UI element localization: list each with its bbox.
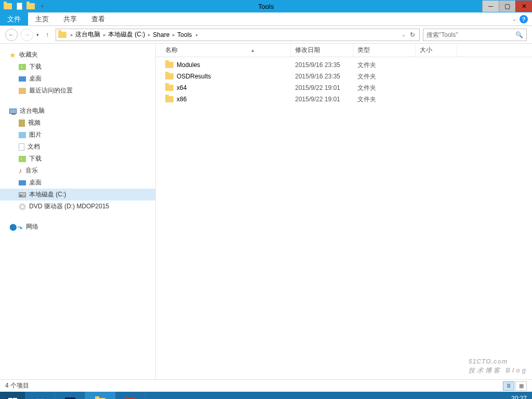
folder-icon bbox=[165, 96, 174, 102]
help-icon[interactable]: ? bbox=[520, 15, 528, 23]
file-type: 文件夹 bbox=[353, 72, 416, 81]
nav-videos[interactable]: 视频 bbox=[0, 117, 155, 129]
crumb-this-pc[interactable]: ▸这台电脑 bbox=[70, 30, 101, 39]
tab-share[interactable]: 共享 bbox=[56, 12, 84, 25]
search-icon[interactable]: 🔍 bbox=[515, 31, 523, 38]
nav-downloads[interactable]: 下载 bbox=[0, 61, 155, 73]
nav-label: 图片 bbox=[29, 130, 42, 139]
picture-icon bbox=[19, 132, 26, 138]
icons-view-button[interactable]: ▦ bbox=[515, 381, 527, 391]
file-row[interactable]: x86 2015/9/22 19:01 文件夹 bbox=[156, 94, 532, 105]
details-view-button[interactable]: ≣ bbox=[503, 381, 514, 391]
file-row[interactable]: x64 2015/9/22 19:01 文件夹 bbox=[156, 82, 532, 94]
folder-icon bbox=[165, 62, 174, 68]
this-pc-group[interactable]: 这台电脑 bbox=[0, 105, 155, 117]
crumb-tools[interactable]: ▸Tools▸ bbox=[171, 31, 200, 38]
system-tray: ▲ ⚑ 🖧 🔊 20:27 2015/10/4 bbox=[455, 395, 532, 399]
address-dropdown-icon[interactable]: ⌄ bbox=[402, 32, 406, 37]
nav-label: 视频 bbox=[28, 118, 41, 127]
minimize-button[interactable]: ─ bbox=[482, 1, 499, 12]
nav-music[interactable]: ♪音乐 bbox=[0, 165, 155, 177]
column-name[interactable]: 名称▲ bbox=[156, 44, 291, 57]
address-bar[interactable]: ▸这台电脑 ▸本地磁盘 (C:) ▸Share ▸Tools▸ ⌄ ↻ bbox=[56, 29, 420, 41]
file-type: 文件夹 bbox=[353, 95, 416, 104]
task-powershell[interactable]: >_ bbox=[55, 392, 85, 399]
maximize-button[interactable]: ▢ bbox=[499, 1, 515, 12]
file-type: 文件夹 bbox=[353, 84, 416, 92]
video-icon bbox=[19, 119, 25, 127]
nav-label: 桌面 bbox=[29, 74, 42, 83]
network-group[interactable]: ⬤⬎网络 bbox=[0, 221, 155, 233]
crumb-label: 这台电脑 bbox=[75, 30, 100, 39]
ribbon-tabs: 文件 主页 共享 查看 ⌄ ? bbox=[0, 12, 532, 26]
nav-local-disk-c[interactable]: 本地磁盘 (C:) bbox=[0, 189, 155, 201]
title-bar: ▾ Tools ─ ▢ ✕ bbox=[0, 0, 532, 12]
column-date[interactable]: 修改日期 bbox=[291, 44, 353, 57]
qat-properties-icon[interactable] bbox=[15, 2, 24, 11]
folder-icon bbox=[165, 85, 174, 91]
qat-dropdown-icon[interactable]: ▾ bbox=[37, 2, 47, 11]
nav-dvd-drive[interactable]: DVD 驱动器 (D:) MDOP2015 bbox=[0, 201, 155, 212]
file-date: 2015/9/16 23:35 bbox=[291, 73, 353, 80]
content-pane: 名称▲ 修改日期 类型 大小 Modules 2015/9/16 23:35 文… bbox=[156, 44, 532, 379]
refresh-icon[interactable]: ↻ bbox=[410, 31, 415, 38]
column-type[interactable]: 类型 bbox=[353, 44, 416, 57]
recent-icon bbox=[19, 88, 26, 94]
task-explorer[interactable] bbox=[85, 392, 115, 399]
task-server-manager[interactable] bbox=[25, 392, 55, 399]
start-button[interactable] bbox=[0, 392, 25, 399]
music-icon: ♪ bbox=[19, 167, 22, 175]
file-tab[interactable]: 文件 bbox=[0, 12, 28, 25]
favorites-group[interactable]: ★收藏夹 bbox=[0, 49, 155, 61]
column-size[interactable]: 大小 bbox=[416, 44, 457, 57]
quick-access-toolbar: ▾ bbox=[0, 2, 47, 11]
search-box[interactable]: 🔍 bbox=[423, 29, 527, 41]
sort-asc-icon: ▲ bbox=[250, 48, 255, 53]
search-input[interactable] bbox=[427, 31, 515, 38]
up-button[interactable]: ↑ bbox=[42, 30, 52, 40]
download-icon bbox=[19, 156, 26, 162]
file-name: x64 bbox=[177, 84, 187, 91]
tab-view[interactable]: 查看 bbox=[84, 12, 112, 25]
address-row: ← → ▾ ↑ ▸这台电脑 ▸本地磁盘 (C:) ▸Share ▸Tools▸ … bbox=[0, 26, 532, 44]
crumb-local-disk[interactable]: ▸本地磁盘 (C:) bbox=[102, 30, 146, 39]
file-row[interactable]: Modules 2015/9/16 23:35 文件夹 bbox=[156, 59, 532, 71]
this-pc-label: 这台电脑 bbox=[20, 107, 45, 115]
recent-locations-icon[interactable]: ▾ bbox=[36, 32, 39, 37]
task-toolbox[interactable] bbox=[115, 392, 145, 399]
item-count: 4 个项目 bbox=[5, 381, 29, 390]
favorites-label: 收藏夹 bbox=[19, 50, 38, 59]
nav-documents[interactable]: 文档 bbox=[0, 141, 155, 153]
desktop-icon bbox=[19, 76, 26, 82]
close-button[interactable]: ✕ bbox=[515, 1, 532, 12]
nav-desktop-2[interactable]: 桌面 bbox=[0, 177, 155, 189]
crumb-share[interactable]: ▸Share bbox=[147, 31, 170, 38]
desktop-icon bbox=[19, 180, 26, 185]
tray-clock[interactable]: 20:27 2015/10/4 bbox=[499, 395, 527, 399]
network-icon: ⬤⬎ bbox=[9, 223, 23, 231]
ribbon-expand-icon[interactable]: ⌄ bbox=[512, 17, 516, 22]
star-icon: ★ bbox=[9, 51, 16, 59]
back-button[interactable]: ← bbox=[5, 29, 18, 41]
window-title: Tools bbox=[258, 3, 274, 10]
dvd-icon bbox=[19, 203, 26, 210]
forward-button[interactable]: → bbox=[21, 29, 33, 41]
qat-new-folder-icon[interactable] bbox=[26, 2, 35, 11]
file-date: 2015/9/22 19:01 bbox=[291, 96, 353, 103]
nav-label: 最近访问的位置 bbox=[29, 86, 73, 95]
nav-desktop[interactable]: 桌面 bbox=[0, 73, 155, 85]
tab-home[interactable]: 主页 bbox=[28, 12, 56, 25]
taskbar: >_ ▲ ⚑ 🖧 🔊 20:27 2015/10/4 bbox=[0, 392, 532, 399]
nav-pictures[interactable]: 图片 bbox=[0, 129, 155, 141]
file-row[interactable]: OSDResults 2015/9/16 23:35 文件夹 bbox=[156, 71, 532, 82]
crumb-label: 本地磁盘 (C:) bbox=[108, 30, 145, 39]
file-name: x86 bbox=[177, 96, 187, 103]
nav-recent[interactable]: 最近访问的位置 bbox=[0, 85, 155, 97]
qat-folder-icon[interactable] bbox=[3, 2, 12, 11]
disk-icon bbox=[19, 192, 26, 197]
folder-icon bbox=[165, 73, 174, 79]
nav-downloads-2[interactable]: 下载 bbox=[0, 153, 155, 165]
nav-label: 桌面 bbox=[29, 178, 42, 187]
document-icon bbox=[19, 143, 24, 151]
download-icon bbox=[19, 64, 26, 70]
